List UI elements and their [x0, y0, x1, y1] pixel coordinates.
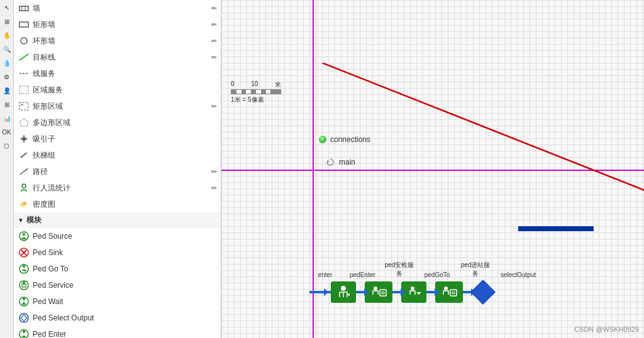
node-icon[interactable]: ⬡: [1, 139, 13, 152]
enter-arrow-head: [324, 288, 329, 296]
svg-rect-8: [19, 102, 28, 110]
hand-icon[interactable]: ✋: [1, 29, 13, 41]
connections-item[interactable]: connections: [319, 135, 370, 144]
ring-wall-icon: [18, 35, 30, 47]
modules-arrow-icon: ▼: [18, 217, 24, 224]
svg-line-5: [19, 54, 28, 60]
sidebar-item-ped-sink[interactable]: Ped Sink: [14, 244, 221, 261]
ok-icon[interactable]: OK: [1, 126, 13, 138]
svg-rect-54: [450, 290, 457, 296]
svg-marker-10: [19, 119, 28, 126]
sidebar-item-density[interactable]: 密度图: [14, 196, 221, 212]
svg-point-55: [452, 292, 455, 294]
wf-node-select-container: [472, 281, 494, 303]
rect-wall-icon: [18, 18, 30, 31]
canvas[interactable]: 0 10 米 1米 = 5像素 connections main: [221, 0, 644, 338]
sidebar-item-line-service[interactable]: 线服务: [14, 65, 221, 82]
line-service-icon: [18, 67, 30, 80]
svg-marker-52: [416, 290, 421, 295]
ring-wall-edit-icon: ✏: [211, 37, 217, 45]
wf-node-select[interactable]: [470, 280, 496, 305]
svg-point-23: [21, 204, 25, 208]
ped-wait-label: Ped Wait: [33, 297, 217, 306]
chart-icon[interactable]: 📊: [1, 112, 13, 124]
ped-stats-icon: [18, 182, 30, 194]
ped-stats-edit-icon: ✏: [211, 184, 217, 192]
modules-section-label: 模块: [26, 215, 42, 226]
sidebar-item-target-line[interactable]: 目标线 ✏: [14, 49, 221, 65]
sidebar-item-ped-select[interactable]: Ped Select Output: [14, 310, 221, 326]
wf-label-goto: pedGoTo: [424, 271, 450, 278]
target-line-label: 目标线: [33, 52, 211, 63]
enter-node: [309, 291, 325, 293]
svg-rect-9: [21, 104, 23, 106]
area-service-icon: [18, 84, 30, 96]
sidebar-item-rect-area[interactable]: 矩形区域 ✏: [14, 98, 221, 114]
scale-desc: 1米 = 5像素: [231, 95, 281, 104]
connections-label: connections: [330, 135, 370, 144]
area-service-label: 区域服务: [33, 85, 217, 95]
main-item[interactable]: main: [325, 157, 355, 167]
horizontal-divider-line: [221, 170, 644, 171]
ped-source-label: Ped Source: [33, 232, 217, 241]
sidebar-item-escalator[interactable]: 扶梯组: [14, 147, 221, 163]
sidebar-item-ped-wait[interactable]: Ped Wait: [14, 293, 221, 310]
sidebar-item-ped-stats[interactable]: 行人流统计 ✏: [14, 180, 221, 196]
sidebar-item-rect-wall[interactable]: 矩形墙 ✏: [14, 16, 221, 33]
ped-enter-icon: [18, 328, 30, 338]
person-icon[interactable]: 👤: [1, 84, 13, 97]
workflow-area: enter pedEnter ped安检服务 pedGoTo ped进站服务 s…: [309, 261, 528, 303]
main-label: main: [339, 158, 355, 166]
svg-point-30: [23, 265, 25, 268]
sidebar-item-ped-goto[interactable]: Ped Go To: [14, 261, 221, 277]
ped-enter-label: Ped Enter: [33, 330, 217, 338]
svg-point-36: [23, 298, 25, 300]
wall-edit-icon: ✏: [211, 4, 217, 13]
sidebar-item-area-service[interactable]: 区域服务: [14, 82, 221, 98]
sidebar-item-path[interactable]: 路径 ✏: [14, 163, 221, 180]
wf-label-station: ped进站服务: [459, 261, 492, 278]
svg-point-45: [341, 286, 346, 291]
modules-section-header[interactable]: ▼ 模块: [14, 212, 221, 228]
rect-wall-edit-icon: ✏: [211, 21, 217, 29]
rect-area-icon: [18, 100, 30, 112]
svg-point-41: [23, 330, 25, 333]
drop-icon[interactable]: 💧: [1, 57, 13, 69]
line-service-label: 线服务: [33, 68, 217, 79]
blue-bar: [518, 226, 594, 231]
grid-icon[interactable]: ⊞: [1, 98, 13, 111]
select-icon[interactable]: ⊞: [1, 15, 13, 28]
sidebar-item-ring-wall[interactable]: 环形墙 ✏: [14, 33, 221, 49]
target-line-edit-icon: ✏: [211, 53, 217, 62]
workflow-nodes: [309, 281, 528, 303]
zoom-icon[interactable]: 🔍: [1, 43, 13, 55]
enter-connector: [309, 291, 325, 293]
svg-marker-42: [327, 160, 330, 163]
density-icon: [18, 198, 30, 210]
sidebar-item-ped-source[interactable]: Ped Source: [14, 228, 221, 244]
path-edit-icon: ✏: [211, 168, 217, 176]
left-toolbar: ↖ ⊞ ✋ 🔍 💧 ⚙ 👤 ⊞ 📊 OK ⬡: [0, 0, 14, 338]
sidebar-item-wall[interactable]: 墙 ✏: [14, 0, 221, 16]
wf-label-select: selectOutput: [501, 271, 528, 278]
svg-rect-3: [19, 22, 28, 27]
main-area: 0 10 米 1米 = 5像素 connections main: [221, 0, 644, 338]
svg-point-20: [22, 184, 26, 188]
pointer-icon[interactable]: ↖: [1, 1, 13, 14]
ped-stats-label: 行人流统计: [33, 183, 211, 194]
ped-goto-label: Ped Go To: [33, 264, 217, 273]
svg-rect-0: [19, 6, 28, 11]
ped-source-icon: [18, 230, 30, 243]
sidebar-item-ped-enter[interactable]: Ped Enter: [14, 326, 221, 338]
sidebar-item-attractor[interactable]: 吸引子: [14, 131, 221, 147]
sidebar-panel: 墙 ✏ 矩形墙 ✏ 环形墙 ✏ 目标线 ✏ 线服务 区域服务: [14, 0, 221, 338]
wf-node-pedenter[interactable]: [331, 281, 356, 303]
sidebar-item-ped-service[interactable]: Ped Service: [14, 277, 221, 293]
sidebar-item-poly-area[interactable]: 多边形区域: [14, 114, 221, 131]
connector-4: [426, 291, 435, 293]
wf-label-pedenter: pedEnter: [350, 271, 375, 278]
settings-icon[interactable]: ⚙: [1, 70, 13, 83]
svg-marker-39: [21, 315, 27, 321]
scale-bar: 0 10 米 1米 = 5像素: [231, 80, 281, 104]
attractor-icon: [18, 133, 30, 145]
